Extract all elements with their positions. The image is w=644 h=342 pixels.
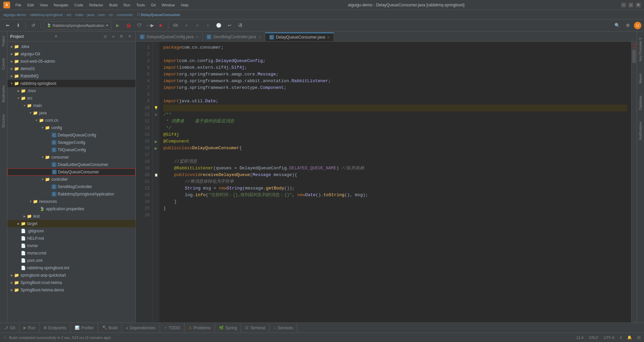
menu-file[interactable]: File: [13, 2, 24, 8]
side-tab-keypromoter[interactable]: Key Promoter X: [638, 35, 643, 64]
menu-build[interactable]: Build: [107, 2, 120, 8]
menu-code[interactable]: Code: [72, 2, 86, 8]
editor-scrollbar[interactable]: ⚠2 ⚠1: [631, 42, 637, 323]
project-locate-btn[interactable]: ◎: [102, 33, 109, 40]
tree-item-java[interactable]: ▼ 📁 java: [7, 109, 136, 117]
bottom-tab-git[interactable]: ⎇ Git: [0, 323, 19, 333]
tab-sendmsg[interactable]: C SendMsgController.java ✕: [203, 33, 265, 41]
tree-item-mvnw[interactable]: ▶ 📄 mvnw: [7, 242, 136, 249]
toolbar-git-push[interactable]: ↑: [203, 21, 213, 30]
bottom-tab-terminal[interactable]: ⊡ Terminal: [241, 323, 269, 333]
menu-edit[interactable]: Edit: [25, 2, 37, 8]
toolbar-stop-btn[interactable]: ■: [156, 21, 165, 30]
tree-item-target[interactable]: ▶ 📁 target: [7, 220, 136, 227]
tree-item-mvn[interactable]: ▶ 📁 .mvn: [7, 87, 136, 95]
menu-view[interactable]: View: [37, 2, 51, 8]
menu-navigate[interactable]: Navigate: [51, 2, 71, 8]
toolbar-run-btn[interactable]: ▶: [113, 21, 122, 30]
tree-item-helpmd[interactable]: ▶ 📄 HELP.md: [7, 235, 136, 242]
bottom-tab-spring[interactable]: 🌿 Spring: [215, 323, 241, 333]
tab-more-btn[interactable]: ⋮: [628, 37, 637, 41]
menu-refactor[interactable]: Refactor: [87, 2, 106, 8]
tab-delayedqueueconfig[interactable]: C DelayedQueueConfig.java ✕: [136, 33, 203, 41]
toolbar-git-clock[interactable]: 🕐: [214, 21, 223, 30]
tree-item-consumer[interactable]: ▼ 📁 consumer: [7, 154, 136, 161]
side-tab-maven[interactable]: Maven: [638, 71, 643, 86]
project-collapse-btn[interactable]: ≡: [110, 33, 117, 40]
close-button[interactable]: ✕: [636, 3, 641, 7]
menu-help[interactable]: Help: [178, 2, 191, 8]
toolbar-search-everywhere[interactable]: 🔍: [612, 21, 622, 30]
encoding[interactable]: UTF-8: [604, 336, 614, 340]
tree-item-demo01[interactable]: ▶ 📁 demo01: [7, 65, 136, 72]
structure-tab-label[interactable]: Structure: [1, 112, 6, 131]
bottom-tab-profiler[interactable]: 📊 Profiler: [71, 323, 98, 333]
toolbar-user[interactable]: U: [634, 22, 641, 29]
bottom-tab-endpoints[interactable]: ⊞ Endpoints: [40, 323, 70, 333]
tree-item-ttlqueueconfig[interactable]: ▶ C TtlQueueConfig: [7, 146, 136, 154]
tree-item-deadletter[interactable]: ▶ C DeadLetterQueueConsumer: [7, 161, 136, 168]
tree-item-gitignore[interactable]: ▶ 📄 .gitignore: [7, 227, 136, 235]
maximize-button[interactable]: □: [629, 3, 633, 7]
minimize-button[interactable]: ─: [621, 3, 626, 7]
tree-item-aop[interactable]: ▶ 📁 springboot-aop-quickstart: [7, 272, 136, 279]
side-tab-notifications[interactable]: Notifications: [638, 119, 643, 142]
tree-item-config[interactable]: ▼ 📁 config: [7, 124, 136, 131]
tree-item-test[interactable]: ▶ 📁 test: [7, 213, 136, 220]
toolbar-git-check2[interactable]: ✓: [193, 21, 202, 30]
bottom-tab-todo[interactable]: ✓ TODO: [160, 323, 184, 333]
notifications-icon[interactable]: 🔔: [627, 335, 632, 340]
tree-item-idea[interactable]: ▶ 📁 .idea: [7, 43, 136, 50]
bottom-tab-dependencies[interactable]: ≡ Dependencies: [122, 323, 160, 333]
toolbar-git-update[interactable]: Git:: [171, 21, 180, 30]
tree-item-boot-web[interactable]: ▶ 📁 boot-web-05-admin: [7, 58, 136, 65]
line-ending[interactable]: CRLF: [589, 336, 599, 340]
toolbar-translate[interactable]: 译: [235, 21, 245, 30]
toolbar-debug-btn[interactable]: 🐞: [124, 21, 133, 30]
tree-item-appprops[interactable]: ▶ 🍃 application.properties: [7, 205, 136, 213]
menu-tools[interactable]: Tools: [133, 2, 148, 8]
bottom-tab-run[interactable]: ▶ Run: [19, 323, 40, 333]
tree-item-swaggerconfig[interactable]: ▶ C SwaggerConfig: [7, 139, 136, 146]
scroll-thumb[interactable]: [632, 50, 636, 63]
side-tab-database[interactable]: Database: [638, 93, 643, 113]
bookmarks-tab-label[interactable]: Bookmarks: [1, 83, 6, 105]
toolbar-coverage-btn[interactable]: 🛡: [135, 21, 144, 30]
tree-item-main[interactable]: ▼ 📁 main: [7, 102, 136, 109]
toolbar-git-check[interactable]: ✓: [182, 21, 191, 30]
tree-item-heima-demo[interactable]: ▶ 📁 SpringBoot-heima-demo: [7, 286, 136, 294]
tab-close-1[interactable]: ✕: [196, 35, 198, 39]
indent[interactable]: 4: [620, 336, 622, 340]
tab-close-3[interactable]: ✕: [327, 36, 330, 39]
tab-delayconsumer[interactable]: C DelayQueueConsumer.java ✕: [265, 33, 334, 41]
toolbar-refresh-btn[interactable]: ↺: [29, 21, 38, 30]
tree-item-iml[interactable]: ▶ 📄 rabbitmq-springboot.iml: [7, 264, 136, 272]
tree-item-sendmsg[interactable]: ▶ C SendMsgController: [7, 183, 136, 190]
menu-git[interactable]: Git: [148, 2, 158, 8]
project-options-btn[interactable]: ⚙: [118, 33, 125, 40]
bottom-tab-build[interactable]: 🔨 Build: [98, 323, 122, 333]
run-config-selector[interactable]: 🍃 RabbitmqSpringbootApplication ▼: [44, 21, 112, 30]
tree-item-com-cn[interactable]: ▼ 📁 com.cn: [7, 117, 136, 124]
menu-window[interactable]: Window: [159, 2, 177, 8]
tree-item-delayedqueueconfig[interactable]: ▶ C DelayedQueueConfig: [7, 131, 136, 139]
toolbar-git-revert[interactable]: ↩: [225, 21, 234, 30]
tree-item-springbootapp[interactable]: ▶ C RabbitmqSpringbootApplication: [7, 190, 136, 198]
commit-tab-label[interactable]: Commit: [1, 56, 6, 72]
tree-item-mvnwcmd[interactable]: ▶ 📄 mvnw.cmd: [7, 249, 136, 257]
tree-item-atguigu-git[interactable]: ▶ 📁 atguigu-Git: [7, 50, 136, 58]
project-hide-btn[interactable]: ✕: [126, 33, 133, 40]
project-tab-label[interactable]: Project: [1, 33, 6, 49]
toolbar-more-run-btn[interactable]: ⋯▶: [145, 21, 155, 30]
tree-item-src[interactable]: ▼ 📁 src: [7, 95, 136, 102]
tree-item-rabbitmq[interactable]: ▶ 📁 RabbitMQ: [7, 72, 136, 80]
tree-item-controller[interactable]: ▼ 📁 controller: [7, 176, 136, 183]
menu-run[interactable]: Run: [121, 2, 133, 8]
toolbar-settings[interactable]: ⚙: [623, 21, 633, 30]
toolbar-forward-btn[interactable]: ⬇: [13, 21, 23, 30]
tree-item-pomxml[interactable]: ▶ 📄 pom.xml: [7, 257, 136, 264]
code-editor[interactable]: package com.cn.consumer; import com.cn.c…: [159, 42, 631, 323]
tab-close-2[interactable]: ✕: [258, 35, 261, 39]
bottom-tab-problems[interactable]: ⚠ Problems: [184, 323, 215, 333]
tree-item-crud[interactable]: ▶ 📁 SpringBoot-crud-heima: [7, 279, 136, 286]
